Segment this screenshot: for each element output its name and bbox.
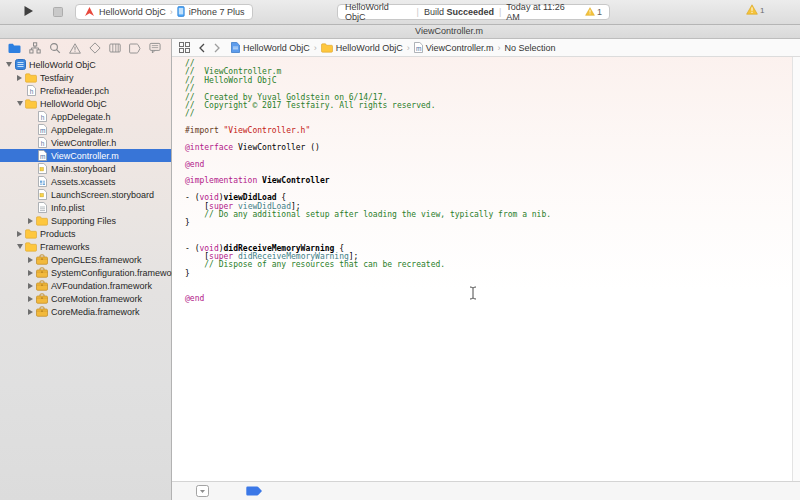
breadcrumb-item[interactable]: HelloWorld ObjC	[321, 43, 403, 53]
tree-item[interactable]: Products	[0, 227, 171, 240]
breadcrumb-item[interactable]: HelloWorld ObjC	[231, 42, 310, 53]
code-line[interactable]: @interface ViewController ()	[185, 144, 793, 152]
vertical-scrollbar[interactable]	[792, 57, 800, 481]
toolbar-warning-indicator[interactable]: 1	[746, 4, 764, 17]
tree-item[interactable]: Supporting Files	[0, 214, 171, 227]
tree-item[interactable]: LaunchScreen.storyboard	[0, 188, 171, 201]
code-line[interactable]: // Dispose of any resources that can be …	[185, 261, 793, 269]
forward-button[interactable]	[214, 43, 220, 53]
navigator-icon-bar	[0, 39, 171, 57]
related-items-icon[interactable]	[179, 42, 190, 53]
stop-icon	[53, 5, 63, 20]
code-line[interactable]: @end	[185, 161, 793, 169]
breadcrumb-label: No Selection	[505, 43, 556, 53]
code-line[interactable]	[185, 228, 793, 236]
test-navigator-icon[interactable]	[88, 42, 101, 55]
chevron-right-icon: ›	[314, 43, 317, 53]
file-h-icon: h	[35, 137, 49, 148]
status-warning[interactable]: 1	[585, 7, 602, 18]
source-editor: HelloWorld ObjC›HelloWorld ObjC›mViewCon…	[172, 39, 800, 500]
tree-item[interactable]: CoreMotion.framework	[0, 292, 171, 305]
code-line[interactable]: //	[185, 110, 793, 118]
file-h-icon: h	[35, 111, 49, 122]
debug-navigator-icon[interactable]	[108, 42, 121, 55]
code-line[interactable]: // Copyright © 2017 Testfairy. All right…	[185, 102, 793, 110]
file-h-icon: h	[24, 85, 38, 96]
toolbar: HelloWorld ObjC › iPhone 7 Plus HelloWor…	[0, 0, 800, 25]
tree-item[interactable]: hViewController.h	[0, 136, 171, 149]
tree-item[interactable]: hPrefixHeader.pch	[0, 84, 171, 97]
code-line[interactable]: }	[185, 270, 793, 278]
disclosure-triangle-icon[interactable]	[15, 101, 24, 106]
run-button[interactable]	[19, 4, 37, 20]
storyboard-icon	[35, 189, 49, 200]
chevron-right-icon: ›	[170, 7, 173, 17]
disclosure-triangle-icon[interactable]	[26, 257, 35, 263]
disclosure-triangle-icon[interactable]	[4, 62, 13, 67]
code-line[interactable]	[185, 278, 793, 286]
app-target-icon	[84, 6, 95, 19]
status-time: Today at 11:26 AM	[506, 2, 580, 22]
code-line[interactable]: #import "ViewController.h"	[185, 127, 793, 135]
folder-icon	[24, 229, 38, 239]
code-line[interactable]: @end	[185, 295, 793, 303]
breakpoint-tag-icon[interactable]	[246, 486, 263, 496]
stop-button[interactable]	[49, 4, 67, 20]
code-line[interactable]	[185, 287, 793, 295]
breadcrumb-item[interactable]: mViewController.m	[414, 42, 494, 53]
editor-bottom-bar	[172, 481, 800, 500]
code-line[interactable]: @implementation ViewController	[185, 177, 793, 185]
tree-item[interactable]: mAppDelegate.m	[0, 123, 171, 136]
issue-navigator-icon[interactable]	[68, 42, 81, 55]
project-navigator-icon[interactable]	[8, 42, 21, 55]
tree-item[interactable]: Frameworks	[0, 240, 171, 253]
tree-item[interactable]: Testfairy	[0, 71, 171, 84]
tree-item-label: CoreMedia.framework	[51, 307, 140, 317]
disclosure-triangle-icon[interactable]	[26, 309, 35, 315]
tree-item[interactable]: SystemConfiguration.framework	[0, 266, 171, 279]
code-line[interactable]: }	[185, 219, 793, 227]
breadcrumb-item[interactable]: No Selection	[505, 43, 556, 53]
tree-item[interactable]: Assets.xcassets	[0, 175, 171, 188]
tree-item-label: Supporting Files	[51, 216, 116, 226]
breakpoint-navigator-icon[interactable]	[128, 42, 141, 55]
tab-title[interactable]: ViewController.m	[415, 26, 483, 36]
play-icon	[23, 5, 34, 20]
disclosure-triangle-icon[interactable]	[26, 283, 35, 289]
tree-item[interactable]: CoreMedia.framework	[0, 305, 171, 318]
disclosure-triangle-icon[interactable]	[26, 296, 35, 302]
tree-item[interactable]: mViewController.m	[0, 149, 171, 162]
disclosure-triangle-icon[interactable]	[15, 231, 24, 237]
disclosure-triangle-icon[interactable]	[26, 218, 35, 224]
back-button[interactable]	[199, 43, 205, 53]
code-area[interactable]: //// ViewController.m// HelloWorld ObjC/…	[172, 57, 793, 481]
debug-area-toggle-icon[interactable]	[196, 485, 209, 497]
code-line[interactable]	[185, 152, 793, 160]
find-navigator-icon[interactable]	[48, 42, 61, 55]
svg-text:m: m	[416, 45, 421, 52]
code-line[interactable]: // Do any additional setup after loading…	[185, 211, 793, 219]
tree-item[interactable]: Info.plist	[0, 201, 171, 214]
disclosure-triangle-icon[interactable]	[26, 270, 35, 276]
disclosure-triangle-icon[interactable]	[15, 75, 24, 81]
tree-item-label: CoreMotion.framework	[51, 294, 142, 304]
tree-item[interactable]: OpenGLES.framework	[0, 253, 171, 266]
disclosure-triangle-icon[interactable]	[15, 244, 24, 249]
tree-item[interactable]: HelloWorld ObjC	[0, 58, 171, 71]
code-line[interactable]: // HelloWorld ObjC	[185, 77, 793, 85]
main-content: HelloWorld ObjCTestfairyhPrefixHeader.pc…	[0, 39, 800, 500]
navigator-sidebar: HelloWorld ObjCTestfairyhPrefixHeader.pc…	[0, 39, 172, 500]
report-navigator-icon[interactable]	[148, 42, 161, 55]
tree-item[interactable]: HelloWorld ObjC	[0, 97, 171, 110]
tree-item-label: Assets.xcassets	[51, 177, 116, 187]
tree-item[interactable]: Main.storyboard	[0, 162, 171, 175]
tree-item[interactable]: hAppDelegate.h	[0, 110, 171, 123]
framework-icon	[35, 267, 49, 278]
plist-icon	[35, 202, 49, 213]
activity-viewer: HelloWorld ObjC | Build Succeeded | Toda…	[337, 4, 610, 20]
file-m-icon: m	[35, 150, 49, 161]
scheme-selector[interactable]: HelloWorld ObjC › iPhone 7 Plus	[75, 4, 253, 20]
tree-item[interactable]: AVFoundation.framework	[0, 279, 171, 292]
symbol-navigator-icon[interactable]	[28, 42, 41, 55]
tree-item-label: Products	[40, 229, 76, 239]
